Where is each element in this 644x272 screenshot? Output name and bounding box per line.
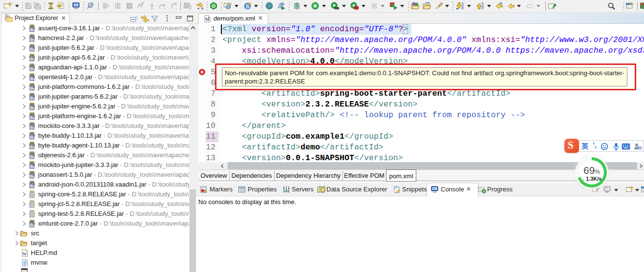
- svg-text:10: 10: [32, 97, 35, 100]
- svg-text:10: 10: [32, 48, 35, 51]
- svg-text:W: W: [22, 251, 27, 256]
- svg-text:10: 10: [639, 146, 642, 149]
- svg-text:10: 10: [32, 58, 35, 61]
- svg-text:10: 10: [32, 146, 35, 149]
- svg-text:10: 10: [32, 126, 35, 129]
- svg-text:10: 10: [32, 29, 35, 32]
- svg-text:10: 10: [32, 68, 35, 71]
- svg-text:10: 10: [32, 87, 35, 90]
- svg-text:10: 10: [32, 78, 35, 81]
- svg-text:10: 10: [32, 39, 35, 42]
- svg-text:M: M: [205, 17, 210, 22]
- svg-text:10: 10: [32, 117, 35, 120]
- svg-text:10: 10: [32, 224, 35, 227]
- svg-text:10: 10: [32, 136, 35, 139]
- svg-text:10: 10: [32, 107, 35, 110]
- svg-text:10: 10: [32, 166, 35, 168]
- svg-text:10: 10: [32, 185, 35, 188]
- svg-text:10: 10: [32, 175, 35, 178]
- svg-text:10: 10: [32, 156, 35, 159]
